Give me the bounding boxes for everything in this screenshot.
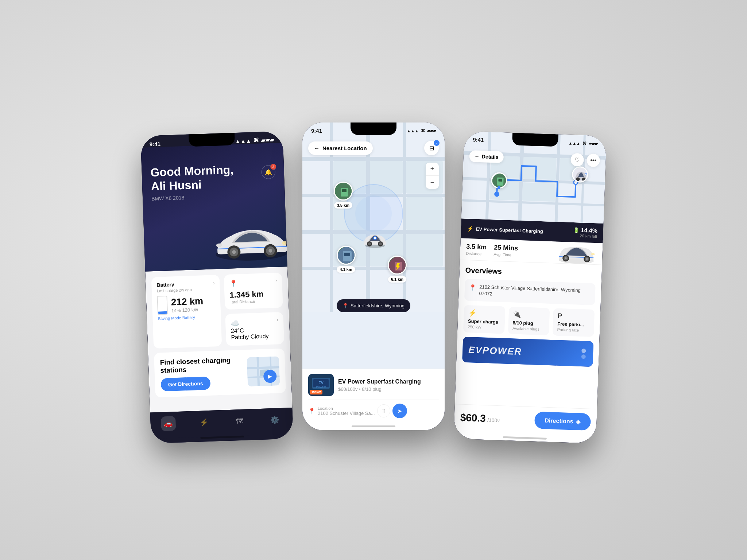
wifi-icon: ⌘	[253, 137, 259, 144]
location-icon-small: 📍	[308, 408, 316, 415]
svg-text:POWER: POWER	[316, 386, 326, 388]
time-stat-value: 25 Mins	[494, 244, 518, 252]
station-plugs: 8/10 plug	[362, 386, 382, 392]
distance-stat-label: Distance	[466, 251, 486, 256]
battery-label: Battery	[156, 281, 174, 288]
info-bar-left: ⚡ EV Power Superfast Charging	[467, 226, 543, 234]
directions-button[interactable]: Directions ◈	[534, 412, 591, 431]
svg-rect-27	[406, 197, 443, 230]
time-stat: 25 Mins Avg. Time	[494, 244, 518, 257]
battery-chevron: ›	[213, 280, 214, 285]
price-container: $60.3 /100v	[460, 412, 500, 425]
station-img-2	[337, 246, 356, 265]
phone3-footer: $60.3 /100v Directions ◈	[454, 404, 597, 440]
battery-text: 212 km 14% 120 kW	[171, 295, 204, 313]
wifi-icon-2: ⌘	[421, 128, 425, 133]
station-pin-2[interactable]: 4.1 km	[337, 246, 356, 273]
station-pin-3[interactable]: 6.1 km	[388, 256, 407, 283]
time-1: 9:41	[150, 141, 161, 147]
get-directions-button[interactable]: Get Directions	[160, 377, 210, 392]
favorite-button[interactable]: ♡	[570, 153, 584, 167]
parking-sub: Parking rate	[557, 327, 589, 333]
nav-settings[interactable]: ⚙️	[267, 412, 282, 427]
battery-icon-info: 🔋	[573, 227, 580, 233]
svg-point-47	[374, 237, 376, 239]
battery-display: 212 km 14% 120 kW	[157, 294, 216, 315]
map-thumb-bg	[247, 356, 280, 386]
station-card: EV POWER 150kW EV Power Superfast Chargi…	[308, 374, 439, 396]
svg-line-10	[247, 367, 280, 368]
bell-badge: 2	[270, 164, 276, 170]
battery-icon-visual	[157, 296, 168, 315]
zoom-in-button[interactable]: +	[426, 163, 439, 176]
navigate-button[interactable]: ➤	[392, 404, 407, 418]
battery-icon-2: ▰▰▰	[427, 128, 436, 133]
ev-banner: EVPOWER	[462, 337, 593, 367]
phone-home: 9:41 ▲▲▲ ⌘ ▰▰▰ Good Morning, Ali Husni B…	[140, 131, 293, 443]
nav-charging[interactable]: ⚡	[196, 415, 211, 430]
signal-icon: ▲▲▲	[235, 137, 251, 144]
svg-line-12	[258, 357, 259, 386]
station-info: EV Power Superfast Charging $60/100v • 8…	[338, 378, 421, 392]
status-icons-2: ▲▲▲ ⌘ ▰▰▰	[407, 128, 436, 133]
nav-car[interactable]: 🚗	[161, 416, 176, 431]
plug-icon: 🔌	[513, 311, 545, 320]
price-unit: /100v	[487, 417, 500, 423]
map-thumbnail[interactable]: ▶	[247, 356, 280, 386]
car-model: BMW X6 2018	[151, 191, 276, 202]
station-img-3	[388, 256, 407, 275]
filter-button[interactable]: ⊟ 2	[424, 141, 439, 155]
battery-fill	[158, 311, 167, 314]
back-pill[interactable]: ← Nearest Location	[308, 141, 373, 155]
nav-map[interactable]: 🗺	[232, 413, 247, 428]
zoom-out-button[interactable]: −	[426, 176, 439, 189]
notch	[189, 133, 235, 147]
header-text: Good Morning, Ali Husni BMW X6 2018	[150, 161, 276, 202]
supercharge-icon: ⚡	[468, 309, 500, 318]
battery-power: 120 kW	[182, 307, 198, 313]
details-back-button[interactable]: ← Details	[469, 150, 504, 163]
battery-left-info: 20 km left	[573, 233, 597, 238]
battery-percent: 14%	[171, 307, 181, 313]
map-station-pin-1	[491, 172, 508, 189]
back-arrow-icon: ←	[314, 145, 320, 151]
my-car-pin	[362, 231, 388, 250]
phone3-body: Overviews 📍 2102 Schuster Village Satter…	[455, 260, 602, 409]
nav-arrow-icon: ▶	[268, 373, 272, 379]
supercharge-sub: 250 kW	[468, 324, 500, 330]
bell-icon-symbol: 🔔	[264, 168, 272, 176]
distance-chevron: ›	[275, 278, 277, 286]
location-text-container: Location 2102 Schuster Village Sa...	[318, 406, 375, 416]
more-button[interactable]: •••	[587, 153, 600, 167]
location-label: 📍 Satterfieldshire, Wyoming	[337, 299, 410, 312]
status-icons-1: ▲▲▲ ⌘ ▰▰▰	[235, 136, 274, 144]
station-img-1	[334, 182, 353, 201]
svg-point-43	[368, 242, 371, 245]
share-button[interactable]: ⇧	[377, 404, 390, 417]
weather-card[interactable]: ☁️ › 24°C Patchy Cloudy	[225, 312, 284, 346]
weather-label: Patchy Cloudy	[231, 332, 279, 341]
svg-point-45	[379, 242, 382, 245]
station-name-info: EV Power Superfast Charging	[476, 226, 543, 234]
plug-sub: Available plugs	[512, 326, 545, 332]
station-pin-1[interactable]: 3.5 km	[334, 182, 353, 209]
directions-arrow-icon: ◈	[576, 418, 581, 425]
action-buttons: ♡ •••	[570, 153, 600, 167]
phone2-topbar: ← Nearest Location ⊟ 2	[308, 141, 439, 155]
car-image	[209, 215, 287, 266]
signal-icon-3: ▲▲▲	[568, 141, 580, 145]
battery-card[interactable]: Battery › Last charge 2w ago 212 km	[151, 275, 222, 349]
location-row-label: Location	[318, 406, 375, 411]
supercharge-name: Super charge	[468, 318, 500, 325]
distance-card[interactable]: 📍 › 1.345 km Total Distance	[224, 273, 283, 310]
address-card: 📍 2102 Schuster Village Satterfieldshire…	[464, 279, 596, 306]
overviews-title: Overviews	[465, 266, 596, 279]
top-cards-row: Battery › Last charge 2w ago 212 km	[151, 273, 285, 349]
phone-details: 9:41 ▲▲▲ ⌘ ▰▰▰	[454, 131, 607, 443]
back-arrow-icon-3: ←	[474, 153, 480, 159]
location-name: Satterfieldshire, Wyoming	[351, 303, 405, 308]
svg-rect-65	[522, 182, 556, 202]
ev-banner-text: EVPOWER	[468, 344, 522, 357]
station-meta: $60/100v • 8/10 plug	[338, 386, 421, 392]
svg-text:EV: EV	[318, 381, 324, 385]
